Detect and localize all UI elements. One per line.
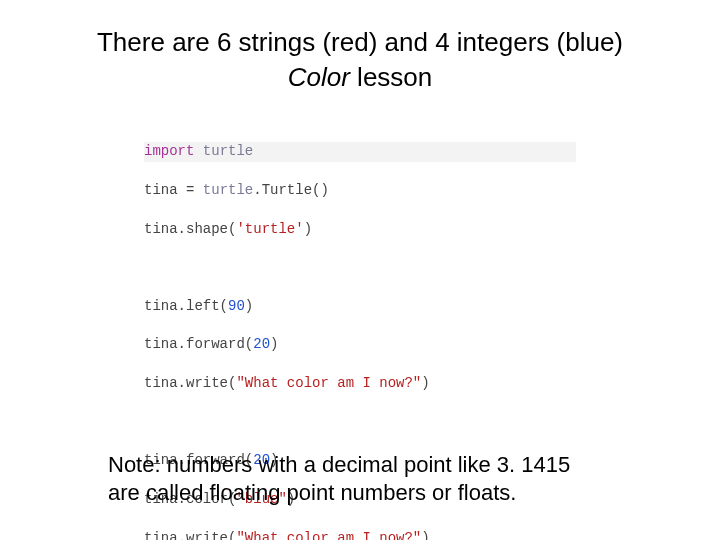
call-write: .write( xyxy=(178,375,237,391)
footnote: Note: numbers with a decimal point like … xyxy=(108,451,628,506)
paren-close: ) xyxy=(421,375,429,391)
slide-title: There are 6 strings (red) and 4 integers… xyxy=(48,26,672,93)
call-shape: .shape( xyxy=(178,221,237,237)
note-line-2: are called floating point numbers or flo… xyxy=(108,480,516,505)
ident-tina: tina xyxy=(144,182,186,198)
call-turtle: .Turtle() xyxy=(253,182,329,198)
note-line-1: Note: numbers with a decimal point like … xyxy=(108,452,570,477)
code-line-4: tina.left(90) xyxy=(144,297,576,316)
ident-tina: tina xyxy=(144,336,178,352)
title-line-2: Color lesson xyxy=(48,61,672,94)
code-line-3: tina.shape('turtle') xyxy=(144,220,576,239)
int-20: 20 xyxy=(253,336,270,352)
string-what-color: "What color am I now?" xyxy=(236,530,421,540)
string-what-color: "What color am I now?" xyxy=(236,375,421,391)
paren-close: ) xyxy=(270,336,278,352)
title-rest: lesson xyxy=(350,62,432,92)
module-turtle-2: turtle xyxy=(194,182,253,198)
slide: There are 6 strings (red) and 4 integers… xyxy=(0,0,720,540)
keyword-import: import xyxy=(144,143,194,159)
paren-close: ) xyxy=(421,530,429,540)
code-line-6: tina.write("What color am I now?") xyxy=(144,374,576,393)
call-left: .left( xyxy=(178,298,228,314)
call-forward: .forward( xyxy=(178,336,254,352)
ident-tina: tina xyxy=(144,530,178,540)
title-italic-word: Color xyxy=(288,62,350,92)
string-turtle: 'turtle' xyxy=(236,221,303,237)
module-turtle: turtle xyxy=(194,143,253,159)
code-line-9: tina.write("What color am I now?") xyxy=(144,529,576,540)
ident-tina: tina xyxy=(144,298,178,314)
blank-line xyxy=(144,258,576,277)
code-line-1: import turtle xyxy=(144,142,576,161)
int-90: 90 xyxy=(228,298,245,314)
ident-tina: tina xyxy=(144,375,178,391)
ident-tina: tina xyxy=(144,221,178,237)
code-line-2: tina = turtle.Turtle() xyxy=(144,181,576,200)
call-write: .write( xyxy=(178,530,237,540)
title-line-1: There are 6 strings (red) and 4 integers… xyxy=(97,27,623,57)
code-line-5: tina.forward(20) xyxy=(144,335,576,354)
blank-line xyxy=(144,413,576,432)
paren-close: ) xyxy=(304,221,312,237)
paren-close: ) xyxy=(245,298,253,314)
